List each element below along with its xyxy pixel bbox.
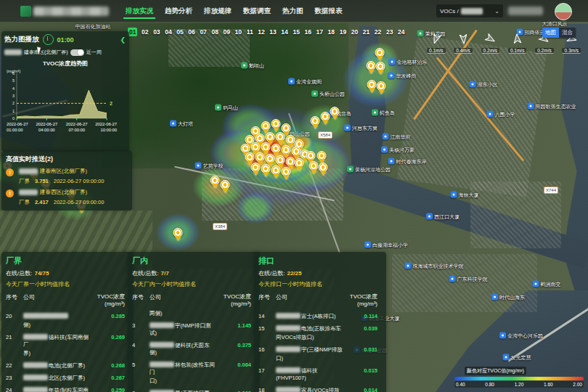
hour-item[interactable]: 17 — [316, 28, 324, 36]
wind-indicator: 0.1m/s — [427, 33, 446, 54]
push-item-detail: 厂界3.7512022-06-27 09:00:00 — [19, 178, 128, 185]
hour-item[interactable]: 13 — [269, 28, 277, 36]
legend-tick: 2.00 — [573, 382, 582, 387]
hour-item[interactable]: 15 — [292, 28, 300, 36]
panel-title: 厂内 — [132, 256, 256, 266]
monitor-pin[interactable] — [173, 228, 184, 242]
monitor-pin[interactable] — [310, 116, 321, 131]
warning-icon: ! — [6, 189, 14, 197]
monitor-pin[interactable] — [271, 119, 282, 134]
hour-item[interactable]: 12 — [257, 28, 265, 36]
monitor-pin[interactable] — [261, 164, 271, 179]
row-wrap-text: 侧) — [23, 322, 90, 329]
hour-item[interactable]: 06 — [187, 28, 195, 36]
monitor-pin[interactable] — [220, 180, 231, 195]
logo-redacted — [33, 7, 109, 16]
push-item[interactable]: !建泰西区(北侧厂界)厂界2.4172022-06-27 09:00:00 — [6, 189, 128, 206]
row-wrap-text: 间VOCs排放口) — [276, 334, 343, 341]
table-row[interactable]: 14富士(A栋排口)0.114 — [258, 313, 382, 320]
company-redacted — [276, 387, 301, 392]
vocs-selector[interactable]: VOCs / ⌄ — [436, 4, 503, 17]
hour-item[interactable]: 22 — [374, 28, 382, 36]
table-row[interactable]: 5林包装(改性车间门0.064口) — [132, 362, 256, 385]
hour-item[interactable]: 10 — [234, 28, 242, 36]
monitor-pin[interactable] — [210, 176, 221, 190]
maptype-switch: 地图混合 — [542, 28, 576, 38]
panel-title: 厂界 — [6, 256, 129, 266]
hour-item[interactable]: 20 — [351, 28, 359, 36]
monitor-pin[interactable] — [375, 62, 386, 76]
nav-tab[interactable]: 趋势分析 — [164, 1, 193, 21]
table-row[interactable]: 15电池(正极涂布车0.039间VOCs排放口) — [258, 325, 382, 341]
table-row[interactable]: 200.285侧) — [6, 313, 129, 329]
company-redacted — [19, 189, 38, 195]
hour-item[interactable]: 02 — [141, 28, 149, 36]
hour-item[interactable]: 05 — [176, 28, 184, 36]
wind-speed: 0.1m/s — [427, 48, 446, 54]
company-redacted — [23, 313, 68, 319]
table-row[interactable]: 16宇(三楼NMP排放0.031口) — [258, 346, 382, 362]
push-item-name: 建泰西区(北侧厂界) — [19, 189, 128, 196]
tvoc-trend-chart: (mg/m³)012345622022-06-2701:00:002022-06… — [4, 68, 126, 140]
wind-indicator: 0.4m/s — [454, 33, 473, 54]
nav-tab[interactable]: 热力图 — [282, 1, 304, 21]
maptype-button[interactable]: 地图 — [542, 28, 559, 38]
monitor-pin[interactable] — [330, 107, 340, 121]
hour-item[interactable]: 21 — [362, 28, 370, 36]
avatar[interactable] — [555, 3, 572, 20]
chart-title: TVOC浓度趋势图 — [4, 60, 126, 68]
table-row[interactable]: 18家具(VOCs排放0.014 — [258, 387, 382, 392]
nav-tab[interactable]: 数据调查 — [242, 1, 271, 21]
maptype-button[interactable]: 混合 — [559, 28, 576, 38]
monitor-pin[interactable] — [318, 163, 329, 177]
table-row[interactable]: 21德科技(车间南侧厂0.269界) — [6, 334, 129, 357]
monitor-pin[interactable] — [375, 48, 385, 62]
playback-time: 01:00 — [57, 36, 74, 44]
ranking-panel: 排口在线/总数:22/25今天排口一小时均值排名序号公司TVOC浓度(mg/m³… — [254, 252, 386, 392]
hour-item[interactable]: 23 — [385, 28, 393, 36]
range-toggle[interactable] — [70, 49, 84, 56]
push-panel-title: 高值实时推送(2) — [6, 155, 128, 164]
hour-item[interactable]: 09 — [223, 28, 231, 36]
play-button[interactable] — [43, 34, 54, 45]
chevron-down-icon: ⌄ — [494, 8, 499, 15]
company-redacted — [150, 362, 174, 367]
wind-indicator: 0.2m/s — [481, 33, 500, 54]
monitor-pin[interactable] — [294, 158, 305, 173]
monitor-pin[interactable] — [376, 81, 387, 96]
hour-item[interactable]: 24 — [397, 28, 405, 36]
table-row[interactable]: 24年益(制粒车间南0.259侧) — [6, 387, 129, 392]
company-redacted — [276, 325, 301, 331]
hour-item[interactable]: 01 — [128, 28, 137, 36]
table-row[interactable]: 17德科技(FHVP1007)0.015 — [258, 367, 382, 382]
table-row[interactable]: 23北区(东侧厂界)0.267 — [6, 375, 129, 382]
hour-item[interactable]: 14 — [280, 28, 288, 36]
monitor-pin[interactable] — [281, 167, 292, 181]
table-row[interactable]: 3宇(NMP排口测试)1.145 — [132, 322, 256, 337]
table-row[interactable]: 22电池(北侧厂界)0.268 — [6, 362, 129, 369]
nav-tab[interactable]: 排放规律 — [203, 1, 232, 21]
push-item[interactable]: !建泰南区(北侧厂界)厂界3.7512022-06-27 09:00:00 — [6, 168, 128, 185]
hour-item[interactable]: 04 — [164, 28, 172, 36]
hour-item[interactable]: 07 — [199, 28, 207, 36]
table-row[interactable]: 4健科技(天面东侧)0.375 — [132, 342, 256, 356]
hour-item[interactable]: 08 — [211, 28, 219, 36]
wind-indicator: 0.1m/s — [508, 33, 527, 54]
panel-subtitle: 今天排口一小时均值排名 — [258, 280, 382, 288]
row-wrap-text: 口) — [276, 355, 343, 362]
hour-item[interactable]: 18 — [327, 28, 335, 36]
svg-text:4: 4 — [12, 86, 15, 91]
hour-item[interactable]: 11 — [246, 28, 254, 36]
hour-item[interactable]: 16 — [303, 28, 311, 36]
nav-tab[interactable]: 排放实况 — [125, 1, 154, 21]
push-item-name: 建泰南区(北侧厂界) — [19, 168, 128, 175]
hour-item[interactable]: 19 — [339, 28, 347, 36]
company-redacted — [23, 334, 48, 340]
wind-arrow-icon — [512, 33, 523, 47]
hour-item[interactable]: 03 — [152, 28, 160, 36]
panel-title: 排口 — [258, 256, 382, 266]
monitor-pin[interactable] — [250, 163, 261, 177]
monitor-pin[interactable] — [271, 166, 282, 180]
collapse-chevron-icon[interactable]: ❮ — [120, 36, 126, 44]
nav-tab[interactable]: 数据报表 — [314, 1, 343, 21]
